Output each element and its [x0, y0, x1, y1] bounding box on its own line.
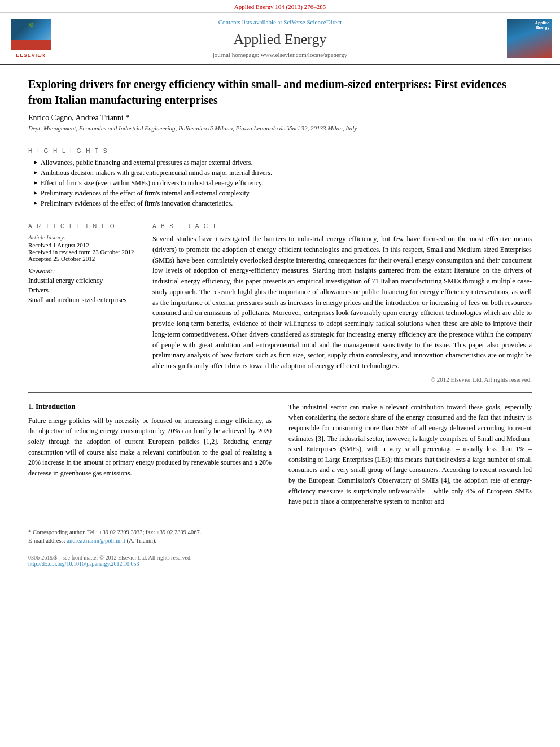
divider-1	[28, 141, 532, 141]
citation-text: Applied Energy 104 (2013) 276–285	[234, 3, 326, 10]
cover-label: AppliedEnergy	[535, 21, 550, 30]
journal-cover-image: AppliedEnergy	[507, 19, 552, 58]
body-col-left: 1. Introduction Future energy policies w…	[28, 402, 272, 512]
section1-left-text: Future energy policies will by necessity…	[28, 416, 272, 479]
highlight-item: Effect of firm's size (even within SMEs)…	[34, 179, 532, 187]
keywords-list: Industrial energy efficiency Drivers Sma…	[28, 277, 141, 304]
elsevier-logo: 🌿 ELSEVIER	[11, 19, 51, 58]
journal-title-area: Contents lists available at SciVerse Sci…	[62, 13, 498, 64]
keywords-header: Keywords:	[28, 268, 141, 274]
highlights-header: H I G H L I G H T S	[28, 148, 532, 154]
sciverse-link[interactable]: SciVerse ScienceDirect	[283, 19, 342, 25]
article-title: Exploring drivers for energy efficiency …	[28, 76, 532, 108]
accepted-date: Accepted 25 October 2012	[28, 255, 141, 262]
publisher-logo-area: 🌿 ELSEVIER	[0, 13, 62, 64]
highlight-item: Allowances, public financing and externa…	[34, 159, 532, 167]
email-link[interactable]: andrea.trianni@polimi.it	[67, 538, 125, 544]
email-author-name: (A. Trianni).	[126, 538, 156, 544]
sciverse-info: Contents lists available at SciVerse Sci…	[218, 19, 342, 25]
logo-graphic: 🌿	[11, 19, 51, 50]
sciverse-prefix: Contents lists available at	[218, 19, 282, 25]
affiliation: Dept. Management, Economics and Industri…	[28, 125, 532, 132]
body-content: 1. Introduction Future energy policies w…	[28, 392, 532, 567]
keyword-item: Drivers	[28, 286, 141, 295]
highlight-item: Preliminary evidences of the effect of f…	[34, 189, 532, 198]
journal-title: Applied Energy	[234, 31, 327, 48]
authors: Enrico Cagno, Andrea Trianni *	[28, 113, 532, 123]
abstract-text: Several studies have investigated the ba…	[152, 234, 532, 372]
email-footnote: E-mail address: andrea.trianni@polimi.it…	[28, 536, 532, 545]
keyword-item: Small and medium-sized enterprises	[28, 296, 141, 304]
copyright-notice: © 2012 Elsevier Ltd. All rights reserved…	[152, 376, 532, 383]
doi-row: http://dx.doi.org/10.1016/j.apenergy.201…	[28, 561, 532, 567]
divider-2	[28, 215, 532, 215]
journal-homepage: journal homepage: www.elsevier.com/locat…	[213, 51, 348, 58]
highlight-item: Ambitious decision-makers with great ent…	[34, 169, 532, 177]
doi-link[interactable]: http://dx.doi.org/10.1016/j.apenergy.201…	[28, 561, 139, 567]
footer-row: 0306-2619/$ – see front matter © 2012 El…	[28, 554, 532, 561]
main-content: Exploring drivers for energy efficiency …	[0, 65, 560, 584]
received-date: Received 1 August 2012	[28, 242, 141, 248]
article-info-header: A R T I C L E I N F O	[28, 223, 141, 229]
highlight-item: Preliminary evidences of the effect of f…	[34, 199, 532, 208]
section1-title: 1. Introduction	[28, 402, 272, 411]
history-label: Article history:	[28, 234, 141, 241]
abstract-header: A B S T R A C T	[152, 223, 532, 229]
author-names: Enrico Cagno, Andrea Trianni *	[28, 113, 129, 122]
highlights-list: Allowances, public financing and externa…	[34, 159, 532, 208]
body-col-right: The industrial sector can make a relevan…	[288, 402, 532, 512]
revised-date: Received in revised form 23 October 2012	[28, 248, 141, 255]
article-info-abstract-area: A R T I C L E I N F O Article history: R…	[28, 223, 532, 383]
footnote-area: * Corresponding author. Tel.: +39 02 239…	[28, 523, 532, 546]
journal-header: 🌿 ELSEVIER Contents lists available at S…	[0, 13, 560, 65]
abstract-column: A B S T R A C T Several studies have inv…	[152, 223, 532, 383]
keyword-item: Industrial energy efficiency	[28, 277, 141, 285]
journal-citation: Applied Energy 104 (2013) 276–285	[0, 0, 560, 13]
body-two-col: 1. Introduction Future energy policies w…	[28, 402, 532, 512]
issn-text: 0306-2619/$ – see front matter © 2012 El…	[28, 554, 191, 561]
article-info-column: A R T I C L E I N F O Article history: R…	[28, 223, 141, 383]
corresponding-footnote: * Corresponding author. Tel.: +39 02 239…	[28, 528, 532, 537]
corresponding-text: * Corresponding author. Tel.: +39 02 239…	[28, 529, 201, 535]
elsevier-label: ELSEVIER	[16, 53, 46, 58]
journal-cover-area: AppliedEnergy	[498, 13, 560, 64]
email-label: E-mail address:	[28, 538, 65, 544]
page-footer: 0306-2619/$ – see front matter © 2012 El…	[28, 554, 532, 567]
section1-right-text: The industrial sector can make a relevan…	[288, 402, 532, 507]
